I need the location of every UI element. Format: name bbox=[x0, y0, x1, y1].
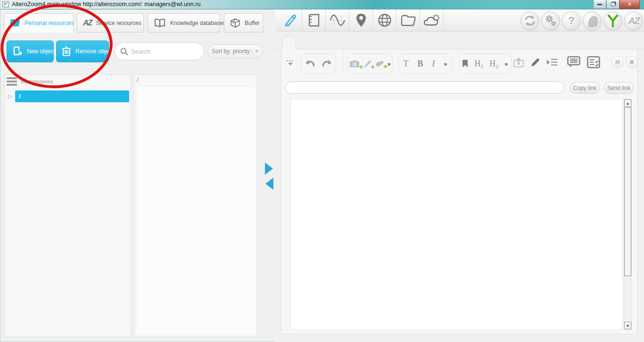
remove-object-button[interactable]: Remove object bbox=[56, 41, 109, 62]
tree-y-icon[interactable] bbox=[603, 11, 622, 30]
editor-tabbar bbox=[275, 32, 644, 49]
sort-label: Sort by: priority bbox=[212, 48, 251, 55]
close-button[interactable]: ✕ bbox=[619, 0, 640, 9]
close-editor-icon[interactable]: × bbox=[626, 56, 638, 68]
right-pane: ? AZ bbox=[275, 9, 644, 342]
categories-tree-panel: My categories ▷ / bbox=[4, 74, 131, 337]
tab-label: Buffer bbox=[245, 20, 260, 26]
minimize-icon bbox=[597, 4, 602, 5]
search-box: ✖ bbox=[115, 42, 204, 60]
insert-list-icon[interactable] bbox=[546, 58, 558, 66]
chevron-down-icon: ▼ bbox=[251, 49, 259, 54]
new-object-label: New object bbox=[27, 48, 55, 55]
copy-link-button[interactable]: Copy link bbox=[570, 82, 600, 94]
folder-icon[interactable] bbox=[396, 9, 420, 31]
app-window: AlteroZoom4 main window http://alterozoo… bbox=[0, 0, 644, 342]
m-badge-button[interactable]: M bbox=[611, 56, 624, 68]
scroll-down-icon[interactable]: ▼ bbox=[624, 322, 631, 329]
window-title: AlteroZoom4 main window http://alterozoo… bbox=[12, 1, 200, 8]
map-pin-icon[interactable] bbox=[349, 9, 373, 31]
add-object-icon[interactable]: + bbox=[375, 60, 384, 67]
tab-knowledge-databases[interactable]: Knowledge databases bbox=[148, 13, 220, 33]
tab-service-resources[interactable]: AZ Service resources bbox=[77, 13, 144, 33]
minimize-button[interactable] bbox=[593, 0, 606, 9]
scrollbar[interactable]: ▲ ▼ bbox=[624, 99, 632, 330]
objects-list[interactable] bbox=[136, 86, 256, 335]
bold-button[interactable]: B bbox=[417, 59, 423, 69]
weather-cloud-icon[interactable] bbox=[420, 9, 444, 31]
tab-label: Knowledge databases bbox=[170, 20, 226, 26]
alterozoom-logo-icon[interactable]: AZ bbox=[624, 11, 643, 30]
tree-row: ▷ / bbox=[5, 90, 131, 102]
restore-button[interactable] bbox=[606, 0, 619, 9]
upload-image-icon[interactable] bbox=[513, 58, 524, 67]
headers-group: H₁ H₂ » bbox=[459, 53, 512, 74]
h2-button[interactable]: H₂ bbox=[489, 59, 498, 69]
editor-panel: + + + » T B I » bbox=[281, 49, 638, 334]
left-pane: Personal resources AZ Service resources … bbox=[0, 9, 262, 342]
folder-icon bbox=[10, 19, 20, 27]
search-input[interactable] bbox=[131, 48, 214, 55]
redo-icon[interactable] bbox=[322, 59, 332, 68]
splitter-collapse-icon[interactable] bbox=[265, 178, 273, 190]
app-icon bbox=[2, 1, 9, 8]
journal-icon[interactable] bbox=[302, 9, 326, 31]
text-button[interactable]: T bbox=[403, 59, 408, 69]
send-link-button[interactable]: Send link bbox=[604, 82, 634, 94]
objects-list-panel: / bbox=[134, 74, 257, 337]
collapse-toolbar-icon[interactable] bbox=[286, 60, 295, 66]
help-icon[interactable]: ? bbox=[562, 11, 581, 30]
undo-icon[interactable] bbox=[305, 59, 315, 68]
italic-button[interactable]: I bbox=[432, 59, 435, 69]
az-logo-icon: AZ bbox=[83, 18, 92, 28]
bookmark-icon[interactable] bbox=[462, 59, 468, 68]
tree-header-label: My categories bbox=[21, 79, 53, 84]
tab-label: Service resources bbox=[96, 20, 141, 26]
insert-media-group: + + + » bbox=[347, 53, 393, 74]
sine-wave-icon[interactable] bbox=[326, 9, 349, 31]
new-object-button[interactable]: New object bbox=[7, 41, 54, 62]
checklist-icon[interactable] bbox=[587, 56, 600, 68]
trash-icon bbox=[61, 46, 72, 57]
tab-label: Personal resources bbox=[25, 20, 73, 26]
pencil-icon[interactable] bbox=[279, 9, 302, 31]
link-row: Copy link Send link bbox=[281, 80, 638, 96]
mode-toolbar: ? AZ bbox=[275, 9, 644, 32]
tab-buffer[interactable]: Buffer bbox=[224, 13, 263, 33]
editor-tab[interactable] bbox=[282, 36, 296, 49]
restore-icon bbox=[611, 2, 615, 6]
undo-redo-group bbox=[300, 53, 336, 74]
search-icon bbox=[120, 47, 128, 56]
gears-icon[interactable] bbox=[541, 11, 560, 30]
profile-head-icon[interactable] bbox=[583, 11, 602, 30]
splitter-expand-icon[interactable] bbox=[265, 163, 273, 175]
tree-item-root[interactable]: / bbox=[15, 90, 129, 102]
sort-dropdown[interactable]: Sort by: priority ▼ bbox=[207, 44, 263, 58]
book-icon bbox=[154, 19, 166, 27]
edit-pencil-icon[interactable] bbox=[530, 58, 540, 67]
text-style-group: T B I » bbox=[398, 53, 452, 74]
scrollbar-thumb[interactable] bbox=[624, 107, 631, 276]
current-path-label: / bbox=[137, 77, 138, 83]
comment-icon[interactable] bbox=[567, 56, 580, 68]
link-input[interactable] bbox=[285, 81, 564, 94]
close-icon: ✕ bbox=[627, 1, 632, 8]
new-object-icon bbox=[12, 46, 23, 57]
add-pen-icon[interactable]: + bbox=[363, 59, 372, 68]
menu-icon[interactable] bbox=[7, 77, 17, 86]
tree-header: My categories bbox=[5, 75, 131, 88]
more-headers-icon[interactable]: » bbox=[504, 60, 508, 67]
sync-icon[interactable] bbox=[520, 11, 539, 30]
tab-personal-resources[interactable]: Personal resources bbox=[4, 13, 74, 33]
remove-object-label: Remove object bbox=[75, 48, 113, 55]
titlebar: AlteroZoom4 main window http://alterozoo… bbox=[0, 0, 644, 9]
more-text-icon[interactable]: » bbox=[444, 60, 447, 67]
editor-content-area[interactable] bbox=[290, 99, 623, 330]
box-icon bbox=[230, 18, 240, 28]
globe-icon[interactable] bbox=[373, 9, 396, 31]
more-media-icon[interactable]: » bbox=[387, 60, 390, 67]
h1-button[interactable]: H₁ bbox=[474, 59, 483, 69]
add-photo-icon[interactable]: + bbox=[349, 60, 360, 68]
scroll-up-icon[interactable]: ▲ bbox=[624, 99, 631, 107]
expander-icon[interactable]: ▷ bbox=[5, 93, 15, 99]
